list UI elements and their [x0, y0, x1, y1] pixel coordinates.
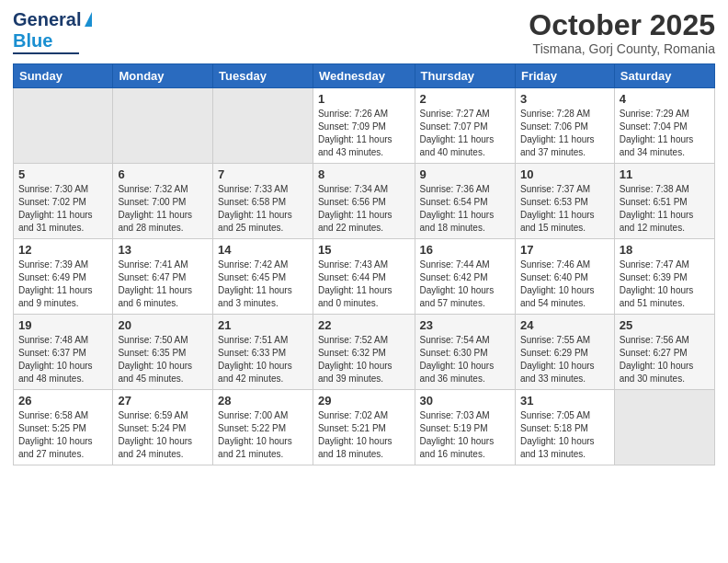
day-number: 29 [318, 394, 410, 408]
calendar-cell: 5Sunrise: 7:30 AMSunset: 7:02 PMDaylight… [14, 164, 113, 239]
day-number: 1 [318, 92, 410, 106]
logo-general: General [13, 9, 81, 30]
day-number: 9 [420, 167, 510, 181]
calendar-cell: 25Sunrise: 7:56 AMSunset: 6:27 PMDayligh… [614, 315, 714, 390]
day-info: Sunrise: 7:02 AMSunset: 5:21 PMDaylight:… [318, 409, 410, 461]
day-number: 2 [420, 92, 510, 106]
col-thursday: Thursday [415, 64, 515, 88]
title-area: October 2025 Tismana, Gorj County, Roman… [529, 9, 715, 56]
day-info: Sunrise: 7:27 AMSunset: 7:07 PMDaylight:… [420, 108, 510, 159]
calendar-cell: 6Sunrise: 7:32 AMSunset: 7:00 PMDaylight… [113, 164, 213, 239]
day-number: 23 [420, 318, 510, 332]
calendar-cell: 18Sunrise: 7:47 AMSunset: 6:39 PMDayligh… [614, 239, 714, 315]
day-info: Sunrise: 7:54 AMSunset: 6:30 PMDaylight:… [420, 334, 510, 385]
day-number: 10 [520, 167, 609, 181]
day-number: 19 [18, 318, 108, 332]
day-number: 18 [620, 243, 710, 257]
day-number: 24 [520, 318, 609, 332]
day-number: 16 [420, 243, 510, 257]
day-info: Sunrise: 6:59 AMSunset: 5:24 PMDaylight:… [118, 409, 208, 461]
day-info: Sunrise: 7:05 AMSunset: 5:18 PMDaylight:… [520, 409, 609, 461]
day-number: 3 [520, 92, 609, 106]
calendar: Sunday Monday Tuesday Wednesday Thursday… [13, 63, 715, 465]
week-row-2: 12Sunrise: 7:39 AMSunset: 6:49 PMDayligh… [14, 239, 715, 315]
day-info: Sunrise: 7:38 AMSunset: 6:51 PMDaylight:… [620, 183, 710, 235]
logo: General Blue [13, 9, 92, 54]
week-row-0: 1Sunrise: 7:26 AMSunset: 7:09 PMDaylight… [14, 88, 715, 164]
calendar-cell: 9Sunrise: 7:36 AMSunset: 6:54 PMDaylight… [415, 164, 515, 239]
calendar-cell: 20Sunrise: 7:50 AMSunset: 6:35 PMDayligh… [113, 315, 213, 390]
calendar-cell [14, 88, 113, 164]
day-number: 8 [318, 167, 410, 181]
calendar-cell: 29Sunrise: 7:02 AMSunset: 5:21 PMDayligh… [313, 390, 415, 465]
logo-underline [13, 52, 79, 54]
logo-blue: Blue [13, 30, 52, 52]
calendar-cell: 30Sunrise: 7:03 AMSunset: 5:19 PMDayligh… [415, 390, 515, 465]
day-number: 13 [118, 243, 208, 257]
calendar-cell: 3Sunrise: 7:28 AMSunset: 7:06 PMDaylight… [515, 88, 614, 164]
day-info: Sunrise: 7:00 AMSunset: 5:22 PMDaylight:… [218, 409, 308, 461]
calendar-cell: 21Sunrise: 7:51 AMSunset: 6:33 PMDayligh… [213, 315, 313, 390]
col-wednesday: Wednesday [313, 64, 415, 88]
col-friday: Friday [515, 64, 614, 88]
location: Tismana, Gorj County, Romania [529, 41, 715, 56]
day-info: Sunrise: 7:39 AMSunset: 6:49 PMDaylight:… [18, 259, 108, 310]
calendar-cell: 14Sunrise: 7:42 AMSunset: 6:45 PMDayligh… [213, 239, 313, 315]
day-number: 14 [218, 243, 308, 257]
calendar-cell [213, 88, 313, 164]
day-info: Sunrise: 7:30 AMSunset: 7:02 PMDaylight:… [18, 183, 108, 235]
calendar-header-row: Sunday Monday Tuesday Wednesday Thursday… [14, 64, 715, 88]
day-info: Sunrise: 7:51 AMSunset: 6:33 PMDaylight:… [218, 334, 308, 385]
day-number: 6 [118, 167, 208, 181]
day-number: 25 [620, 318, 710, 332]
calendar-cell: 17Sunrise: 7:46 AMSunset: 6:40 PMDayligh… [515, 239, 614, 315]
day-info: Sunrise: 7:36 AMSunset: 6:54 PMDaylight:… [420, 183, 510, 235]
calendar-cell [614, 390, 714, 465]
page-container: General Blue October 2025 Tismana, Gorj … [0, 0, 728, 473]
col-sunday: Sunday [14, 64, 113, 88]
day-number: 28 [218, 394, 308, 408]
day-number: 7 [218, 167, 308, 181]
calendar-cell: 23Sunrise: 7:54 AMSunset: 6:30 PMDayligh… [415, 315, 515, 390]
calendar-cell: 31Sunrise: 7:05 AMSunset: 5:18 PMDayligh… [515, 390, 614, 465]
calendar-cell [113, 88, 213, 164]
month-title: October 2025 [529, 9, 715, 41]
day-info: Sunrise: 7:37 AMSunset: 6:53 PMDaylight:… [520, 183, 609, 235]
day-info: Sunrise: 7:29 AMSunset: 7:04 PMDaylight:… [620, 108, 710, 159]
day-info: Sunrise: 7:44 AMSunset: 6:42 PMDaylight:… [420, 259, 510, 310]
day-number: 17 [520, 243, 609, 257]
day-info: Sunrise: 7:47 AMSunset: 6:39 PMDaylight:… [620, 259, 710, 310]
day-info: Sunrise: 7:32 AMSunset: 7:00 PMDaylight:… [118, 183, 208, 235]
calendar-cell: 13Sunrise: 7:41 AMSunset: 6:47 PMDayligh… [113, 239, 213, 315]
day-number: 30 [420, 394, 510, 408]
col-tuesday: Tuesday [213, 64, 313, 88]
day-info: Sunrise: 7:56 AMSunset: 6:27 PMDaylight:… [620, 334, 710, 385]
day-info: Sunrise: 7:28 AMSunset: 7:06 PMDaylight:… [520, 108, 609, 159]
calendar-cell: 10Sunrise: 7:37 AMSunset: 6:53 PMDayligh… [515, 164, 614, 239]
day-number: 27 [118, 394, 208, 408]
week-row-3: 19Sunrise: 7:48 AMSunset: 6:37 PMDayligh… [14, 315, 715, 390]
day-number: 4 [620, 92, 710, 106]
day-info: Sunrise: 7:33 AMSunset: 6:58 PMDaylight:… [218, 183, 308, 235]
day-number: 20 [118, 318, 208, 332]
logo-triangle-icon [85, 12, 92, 27]
day-info: Sunrise: 7:41 AMSunset: 6:47 PMDaylight:… [118, 259, 208, 310]
day-info: Sunrise: 7:52 AMSunset: 6:32 PMDaylight:… [318, 334, 410, 385]
day-info: Sunrise: 7:03 AMSunset: 5:19 PMDaylight:… [420, 409, 510, 461]
col-saturday: Saturday [614, 64, 714, 88]
calendar-cell: 19Sunrise: 7:48 AMSunset: 6:37 PMDayligh… [14, 315, 113, 390]
calendar-cell: 4Sunrise: 7:29 AMSunset: 7:04 PMDaylight… [614, 88, 714, 164]
day-info: Sunrise: 7:42 AMSunset: 6:45 PMDaylight:… [218, 259, 308, 310]
day-number: 11 [620, 167, 710, 181]
day-info: Sunrise: 7:48 AMSunset: 6:37 PMDaylight:… [18, 334, 108, 385]
calendar-cell: 2Sunrise: 7:27 AMSunset: 7:07 PMDaylight… [415, 88, 515, 164]
calendar-cell: 1Sunrise: 7:26 AMSunset: 7:09 PMDaylight… [313, 88, 415, 164]
day-info: Sunrise: 7:46 AMSunset: 6:40 PMDaylight:… [520, 259, 609, 310]
day-number: 22 [318, 318, 410, 332]
calendar-cell: 16Sunrise: 7:44 AMSunset: 6:42 PMDayligh… [415, 239, 515, 315]
day-info: Sunrise: 7:43 AMSunset: 6:44 PMDaylight:… [318, 259, 410, 310]
day-number: 31 [520, 394, 609, 408]
calendar-cell: 22Sunrise: 7:52 AMSunset: 6:32 PMDayligh… [313, 315, 415, 390]
day-info: Sunrise: 6:58 AMSunset: 5:25 PMDaylight:… [18, 409, 108, 461]
day-number: 21 [218, 318, 308, 332]
